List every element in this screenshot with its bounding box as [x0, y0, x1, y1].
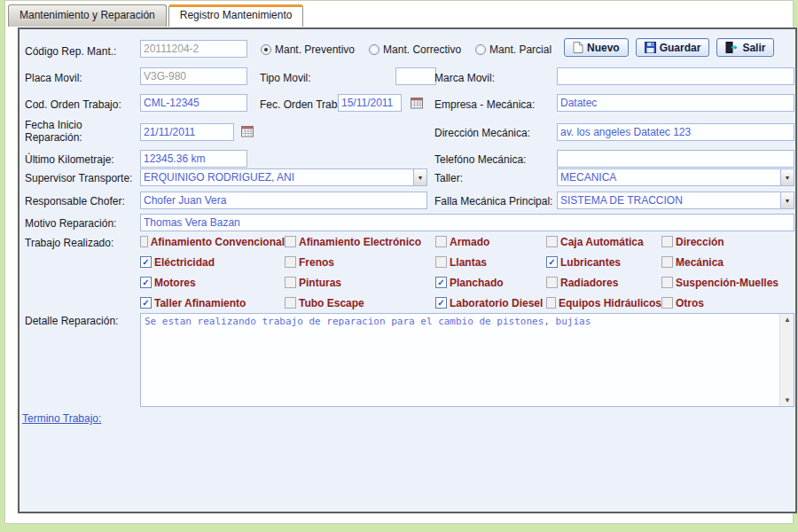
trabajo-realizado-label: Trabajo Realizado: — [25, 237, 113, 249]
checkbox-icon[interactable]: ✓ — [140, 297, 152, 309]
supervisor-select-value: ERQUINIGO RODRIGUEZ, ANI — [141, 171, 413, 184]
fecha-inicio-input[interactable] — [140, 123, 234, 141]
work-checkbox-item[interactable]: ✓Taller Afinamiento — [140, 293, 285, 313]
checkbox-label: Pinturas — [299, 277, 341, 289]
checkbox-icon[interactable] — [546, 277, 558, 288]
motivo-label: Motivo Reparación: — [25, 217, 116, 230]
work-checkbox-item[interactable]: Suspención-Muelles — [661, 272, 794, 293]
checkbox-icon[interactable]: ✓ — [546, 256, 558, 268]
work-checkbox-item[interactable]: Radiadores — [546, 272, 661, 293]
checkbox-icon[interactable] — [285, 256, 296, 268]
marca-movil-label: Marca Movil: — [434, 72, 495, 84]
taller-label: Taller: — [434, 172, 463, 184]
radio-label: Mant. Preventivo — [275, 43, 355, 56]
radio-option[interactable]: Mant. Correctivo — [369, 43, 461, 56]
work-checkbox-item[interactable]: Tubo Escape — [285, 293, 435, 313]
checkbox-icon[interactable] — [285, 236, 296, 247]
checkbox-icon[interactable] — [546, 236, 558, 247]
work-checkbox-item[interactable]: ✓Lubricantes — [546, 252, 661, 272]
radio-icon[interactable] — [475, 44, 486, 55]
codigo-rep-input[interactable] — [140, 40, 247, 58]
scrollbar[interactable]: ▲ ▼ — [779, 314, 794, 406]
work-checkbox-item[interactable]: Afinamiento Convencional — [140, 231, 285, 252]
registro-mantenimiento-form: Código Rep. Mant.: Mant. PreventivoMant.… — [18, 27, 797, 513]
work-checkbox-item[interactable]: Caja Automática — [546, 231, 661, 252]
taller-select[interactable]: MECANICA ▼ — [557, 168, 794, 186]
work-checkbox-item[interactable]: Equipos Hidráulicos — [546, 293, 661, 313]
empresa-input[interactable] — [557, 94, 794, 112]
work-checkbox-item[interactable]: ✓Planchado — [435, 272, 546, 293]
checkbox-icon[interactable] — [140, 236, 148, 247]
cod-orden-input[interactable] — [140, 94, 247, 112]
work-checkbox-item[interactable]: Llantas — [435, 252, 546, 272]
falla-select[interactable]: SISTEMA DE TRACCION ▼ — [557, 192, 794, 209]
supervisor-select[interactable]: ERQUINIGO RODRIGUEZ, ANI ▼ — [140, 168, 427, 186]
work-checkbox-item[interactable]: ✓Laboratorio Diesel — [435, 293, 546, 313]
checkbox-label: Suspención-Muelles — [676, 277, 778, 289]
telefono-label: Telefóno Mecánica: — [434, 153, 526, 166]
exit-button[interactable]: Salir — [716, 38, 774, 57]
marca-movil-input[interactable] — [557, 67, 794, 85]
detalle-reparacion-textarea[interactable]: Se estan realizando trabajo de reparacio… — [140, 313, 794, 407]
radio-icon[interactable] — [261, 44, 271, 55]
placa-movil-input[interactable] — [140, 67, 247, 85]
checkbox-icon[interactable]: ✓ — [435, 277, 447, 288]
work-done-grid: Afinamiento Convencional✓Eléctricidad✓Mo… — [140, 231, 794, 313]
chevron-down-icon[interactable]: ▼ — [780, 192, 794, 208]
work-checkbox-item[interactable]: ✓Eléctricidad — [140, 252, 285, 272]
checkbox-icon[interactable] — [661, 236, 673, 247]
chofer-input[interactable] — [140, 192, 427, 209]
radio-option[interactable]: Mant. Parcial — [475, 43, 552, 56]
tab-mantenimiento-reparacion[interactable]: Mantenimiento y Reparación — [8, 4, 167, 27]
work-checkbox-item[interactable]: Dirección — [661, 231, 794, 252]
tipo-movil-input[interactable] — [395, 67, 436, 85]
work-checkbox-item[interactable]: Afinamiento Electrónico — [285, 231, 435, 252]
checkbox-icon[interactable] — [435, 256, 447, 268]
checkbox-icon[interactable]: ✓ — [435, 297, 447, 309]
work-checkbox-item[interactable]: ✓Motores — [140, 272, 285, 293]
checkbox-icon[interactable] — [661, 277, 673, 288]
direccion-label: Dirección Mecánica: — [434, 127, 530, 139]
checkbox-label: Radiadores — [560, 277, 618, 289]
checkbox-icon[interactable] — [661, 297, 673, 309]
work-checkbox-item[interactable]: Otros — [661, 293, 794, 313]
checkbox-icon[interactable]: ✓ — [140, 256, 152, 268]
new-button-label: Nuevo — [587, 42, 620, 54]
motivo-input[interactable] — [140, 214, 794, 231]
checkbox-label: Eléctricidad — [154, 256, 215, 269]
kilometraje-input[interactable] — [140, 150, 247, 168]
calendar-icon[interactable] — [411, 97, 423, 109]
work-checkbox-item[interactable]: Frenos — [285, 252, 435, 272]
radio-label: Mant. Parcial — [489, 43, 552, 56]
work-checkbox-item[interactable]: Mecánica — [661, 252, 794, 272]
checkbox-icon[interactable] — [285, 297, 296, 309]
new-button[interactable]: Nuevo — [564, 38, 629, 57]
empresa-label: Empresa - Mecánica: — [434, 98, 535, 111]
radio-icon[interactable] — [369, 44, 379, 55]
scroll-up-icon[interactable]: ▲ — [780, 316, 794, 324]
tab-registro-mantenimiento[interactable]: Registro Mantenimiento — [168, 4, 304, 27]
toolbar: Nuevo Guardar Salir — [564, 38, 774, 57]
chevron-down-icon[interactable]: ▼ — [413, 169, 426, 185]
kilometraje-label: Último Kilometraje: — [25, 153, 114, 166]
checkbox-icon[interactable] — [661, 256, 673, 268]
exit-icon — [725, 42, 739, 53]
tab-bar: Mantenimiento y Reparación Registro Mant… — [8, 4, 305, 27]
checkbox-icon[interactable] — [435, 236, 447, 247]
chevron-down-icon[interactable]: ▼ — [780, 169, 794, 185]
calendar-icon[interactable] — [241, 125, 254, 137]
radio-option[interactable]: Mant. Preventivo — [261, 43, 355, 56]
checkbox-icon[interactable]: ✓ — [140, 277, 152, 288]
work-checkbox-item[interactable]: Pinturas — [285, 272, 435, 293]
window-frame: Mantenimiento y Reparación Registro Mant… — [4, 0, 794, 524]
checkbox-icon[interactable] — [285, 277, 296, 288]
termino-trabajo-link[interactable]: Termino Trabajo: — [22, 412, 101, 425]
telefono-input[interactable] — [557, 150, 794, 168]
codigo-rep-label: Código Rep. Mant.: — [25, 45, 116, 58]
checkbox-icon[interactable] — [546, 297, 556, 309]
fec-orden-input[interactable] — [338, 94, 402, 112]
save-button[interactable]: Guardar — [636, 38, 710, 57]
work-checkbox-item[interactable]: Armado — [435, 231, 546, 252]
scroll-down-icon[interactable]: ▼ — [780, 396, 794, 404]
direccion-input[interactable] — [557, 123, 794, 141]
